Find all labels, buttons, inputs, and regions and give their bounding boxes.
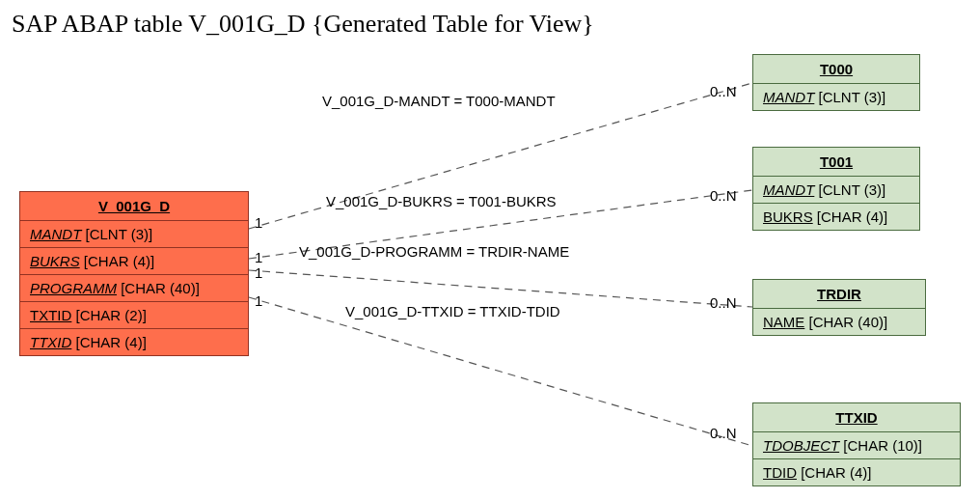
entity-field: MANDT [CLNT (3)] [753, 177, 919, 204]
entity-field: BUKRS [CHAR (4)] [753, 204, 919, 230]
diagram-canvas: SAP ABAP table V_001G_D {Generated Table… [0, 0, 980, 499]
cardinality-right: 0..N [710, 294, 737, 311]
entity-t001: T001 MANDT [CLNT (3)] BUKRS [CHAR (4)] [752, 147, 920, 231]
cardinality-left: 1 [255, 214, 262, 231]
entity-field: TXTID [CHAR (2)] [20, 302, 248, 329]
entity-field: NAME [CHAR (40)] [753, 309, 925, 335]
entity-field: TDOBJECT [CHAR (10)] [753, 432, 960, 459]
cardinality-right: 0..N [710, 187, 737, 204]
relation-label: V_001G_D-MANDT = T000-MANDT [322, 93, 556, 109]
entity-header: TTXID [753, 403, 960, 432]
entity-ttxid: TTXID TDOBJECT [CHAR (10)] TDID [CHAR (4… [752, 402, 961, 486]
cardinality-right: 0..N [710, 83, 737, 99]
entity-trdir: TRDIR NAME [CHAR (40)] [752, 279, 926, 336]
diagram-title: SAP ABAP table V_001G_D {Generated Table… [12, 10, 594, 39]
entity-field: PROGRAMM [CHAR (40)] [20, 275, 248, 302]
entity-field: TDID [CHAR (4)] [753, 459, 960, 485]
relation-label: V_001G_D-BUKRS = T001-BUKRS [326, 193, 557, 209]
cardinality-right: 0..N [710, 425, 737, 441]
entity-t000: T000 MANDT [CLNT (3)] [752, 54, 920, 111]
entity-field: TTXID [CHAR (4)] [20, 329, 248, 355]
entity-field: MANDT [CLNT (3)] [753, 84, 919, 110]
entity-main: V_001G_D MANDT [CLNT (3)] BUKRS [CHAR (4… [19, 191, 249, 356]
entity-header: TRDIR [753, 280, 925, 309]
cardinality-left: 1 [255, 292, 262, 309]
relation-label: V_001G_D-PROGRAMM = TRDIR-NAME [299, 243, 569, 260]
relation-label: V_001G_D-TTXID = TTXID-TDID [345, 303, 560, 319]
cardinality-left: 1 [255, 264, 262, 281]
entity-main-header: V_001G_D [20, 192, 248, 221]
entity-field: MANDT [CLNT (3)] [20, 221, 248, 248]
entity-header: T001 [753, 148, 919, 177]
cardinality-left: 1 [255, 249, 262, 265]
entity-field: BUKRS [CHAR (4)] [20, 248, 248, 275]
entity-header: T000 [753, 55, 919, 84]
